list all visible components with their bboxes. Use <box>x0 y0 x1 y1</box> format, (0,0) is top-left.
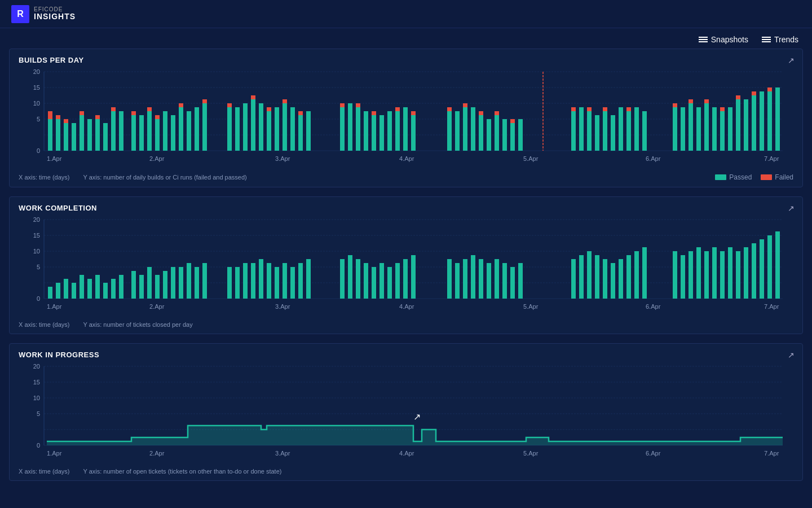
svg-rect-73 <box>372 111 376 115</box>
svg-rect-19 <box>48 119 52 151</box>
svg-rect-45 <box>179 103 183 107</box>
svg-rect-178 <box>243 263 248 299</box>
svg-rect-198 <box>455 263 460 299</box>
expand-icon-completion[interactable]: ↗ <box>788 204 795 213</box>
svg-text:7.Apr: 7.Apr <box>764 155 779 162</box>
toolbar: Snapshots Trends <box>0 28 812 49</box>
axes-info: X axis: time (days) Y axis: number of da… <box>19 174 247 181</box>
legend-passed-color <box>715 174 726 180</box>
svg-text:0: 0 <box>37 295 40 302</box>
svg-rect-64 <box>298 111 303 115</box>
svg-rect-48 <box>202 103 207 151</box>
svg-rect-199 <box>463 259 467 299</box>
legend-passed-label: Passed <box>729 173 752 181</box>
svg-rect-170 <box>163 271 167 299</box>
svg-rect-207 <box>571 259 576 299</box>
svg-rect-130 <box>744 99 748 151</box>
logo-text: EFICODE INSIGHTS <box>34 6 76 21</box>
legend-failed: Failed <box>761 173 793 181</box>
svg-rect-115 <box>642 111 647 151</box>
svg-rect-173 <box>187 263 191 299</box>
svg-rect-53 <box>243 103 248 151</box>
svg-rect-40 <box>155 119 160 151</box>
svg-rect-105 <box>587 111 592 151</box>
svg-rect-188 <box>348 255 352 299</box>
svg-text:5.Apr: 5.Apr <box>523 155 539 162</box>
svg-rect-39 <box>147 107 152 111</box>
svg-rect-209 <box>587 251 592 299</box>
svg-rect-117 <box>673 103 677 107</box>
expand-icon-wip[interactable]: ↗ <box>788 351 795 360</box>
svg-rect-116 <box>673 107 677 151</box>
svg-rect-25 <box>72 123 76 151</box>
svg-rect-218 <box>681 255 685 299</box>
svg-rect-29 <box>95 119 100 151</box>
builds-chart-footer: X axis: time (days) Y axis: number of da… <box>19 173 793 181</box>
svg-rect-132 <box>752 91 756 95</box>
svg-rect-55 <box>251 95 255 99</box>
svg-rect-60 <box>283 103 287 151</box>
svg-rect-84 <box>463 107 467 151</box>
svg-rect-72 <box>372 115 376 151</box>
svg-rect-41 <box>155 115 160 119</box>
svg-rect-211 <box>603 259 607 299</box>
svg-text:20: 20 <box>33 217 40 223</box>
svg-rect-208 <box>579 255 584 299</box>
expand-icon-builds[interactable]: ↗ <box>788 56 795 65</box>
svg-rect-120 <box>689 99 693 103</box>
svg-rect-67 <box>340 103 345 107</box>
svg-text:↗: ↗ <box>413 412 421 422</box>
svg-rect-219 <box>689 251 693 299</box>
svg-rect-63 <box>298 115 303 151</box>
svg-rect-58 <box>267 107 271 111</box>
svg-rect-215 <box>634 251 639 299</box>
svg-rect-213 <box>619 259 623 299</box>
y-axis-label: Y axis: number of daily builds or Ci run… <box>83 174 246 181</box>
svg-rect-42 <box>163 111 167 151</box>
trends-button[interactable]: Trends <box>762 35 798 44</box>
builds-per-day-panel: BUILDS PER DAY ↗ 20 15 10 5 0 1.Apr 2.Ap… <box>9 49 803 187</box>
svg-rect-62 <box>290 107 295 151</box>
svg-rect-32 <box>111 111 116 151</box>
svg-text:3.Apr: 3.Apr <box>275 303 290 310</box>
svg-rect-160 <box>80 275 84 299</box>
svg-rect-37 <box>139 115 144 151</box>
svg-rect-50 <box>227 107 232 151</box>
svg-text:2.Apr: 2.Apr <box>149 303 165 310</box>
snapshots-button[interactable]: Snapshots <box>699 35 748 44</box>
svg-rect-174 <box>195 267 199 299</box>
work-in-progress-footer: X axis: time (days) Y axis: number of op… <box>19 468 793 475</box>
svg-rect-93 <box>510 123 515 151</box>
svg-rect-119 <box>689 103 693 151</box>
svg-rect-33 <box>111 107 116 111</box>
svg-rect-196 <box>411 255 416 299</box>
svg-text:5.Apr: 5.Apr <box>523 450 539 457</box>
svg-rect-134 <box>767 91 772 151</box>
svg-rect-94 <box>510 119 515 123</box>
svg-rect-226 <box>744 247 748 299</box>
svg-rect-38 <box>147 111 152 151</box>
builds-per-day-chart: 20 15 10 5 0 1.Apr 2.Apr 3.Apr 4.Apr 5.A… <box>19 69 793 170</box>
svg-rect-28 <box>87 119 92 151</box>
svg-rect-80 <box>411 111 416 115</box>
svg-rect-108 <box>603 111 607 151</box>
svg-rect-164 <box>111 279 116 299</box>
svg-rect-229 <box>767 235 772 299</box>
svg-rect-92 <box>502 119 507 151</box>
svg-rect-228 <box>760 239 764 299</box>
menu-icon <box>699 37 708 42</box>
svg-rect-69 <box>356 107 360 151</box>
svg-text:7.Apr: 7.Apr <box>764 450 779 457</box>
svg-rect-83 <box>455 111 460 151</box>
svg-rect-131 <box>752 95 756 151</box>
svg-rect-165 <box>119 275 123 299</box>
wc-x-axis: X axis: time (days) <box>19 321 69 328</box>
logo-icon: R <box>11 5 29 23</box>
svg-rect-177 <box>235 267 240 299</box>
svg-rect-20 <box>48 111 52 119</box>
trends-label: Trends <box>774 35 798 44</box>
axes-info-wc: X axis: time (days) Y axis: number of ti… <box>19 321 193 328</box>
svg-rect-54 <box>251 99 255 151</box>
svg-rect-225 <box>736 251 740 299</box>
svg-rect-163 <box>103 283 108 299</box>
